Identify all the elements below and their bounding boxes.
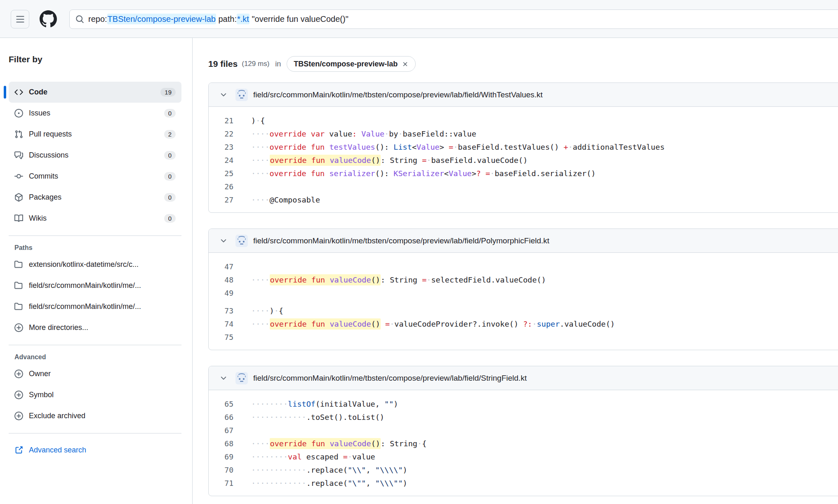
nav-item-label: Packages bbox=[29, 193, 61, 202]
sidebar-filter-item[interactable]: More directories... bbox=[9, 317, 181, 338]
code-icon bbox=[14, 88, 23, 97]
repo-filter-label: TBSten/compose-preview-lab bbox=[294, 60, 398, 68]
sidebar-nav-item[interactable]: Packages 0 bbox=[9, 187, 181, 208]
code-line: 73····)·{ bbox=[209, 304, 838, 317]
package-icon bbox=[14, 193, 23, 202]
search-query-part: path: bbox=[216, 14, 237, 24]
advanced-section-title: Advanced bbox=[14, 353, 181, 361]
sidebar-nav-item[interactable]: Commits 0 bbox=[9, 166, 181, 187]
divider bbox=[9, 236, 181, 236]
sidebar-filter-item[interactable]: extension/kotlinx-datetime/src/c... bbox=[9, 254, 181, 275]
filter-sidebar: Filter by Code 19 Issues 0 Pull requests… bbox=[0, 38, 193, 504]
sidebar-nav-item[interactable]: Discussions 0 bbox=[9, 145, 181, 166]
code-line: 47 bbox=[209, 260, 838, 273]
close-icon[interactable] bbox=[402, 61, 409, 68]
code-text: ········val escaped =·value bbox=[233, 452, 375, 461]
nav-item-label: Wikis bbox=[29, 214, 47, 223]
results-list: field/src/commonMain/kotlin/me/tbsten/co… bbox=[208, 82, 838, 504]
code-line: 66············.toSet().toList() bbox=[209, 410, 838, 424]
advanced-list: Owner Symbol Exclude archived bbox=[9, 363, 181, 426]
count-badge: 0 bbox=[164, 172, 176, 181]
code-line: 22····override var value: Value·by·baseF… bbox=[209, 127, 838, 140]
sidebar-title: Filter by bbox=[9, 54, 181, 64]
line-number: 26 bbox=[209, 182, 233, 191]
code-line: 75 bbox=[209, 330, 838, 344]
file-result-card: field/src/commonMain/kotlin/me/tbsten/co… bbox=[208, 82, 838, 213]
file-path-link[interactable]: field/src/commonMain/kotlin/me/tbsten/co… bbox=[253, 90, 543, 99]
count-badge: 0 bbox=[164, 193, 176, 202]
repo-filter-chip[interactable]: TBSten/compose-preview-lab bbox=[287, 56, 416, 72]
code-line: 70············.replace("\\", "\\\\") bbox=[209, 463, 838, 476]
line-number: 65 bbox=[209, 400, 233, 408]
sidebar-nav-item[interactable]: Code 19 bbox=[9, 82, 181, 103]
github-logo[interactable] bbox=[40, 10, 57, 28]
git-commit-icon bbox=[14, 172, 23, 181]
sidebar-nav-item[interactable]: Wikis 0 bbox=[9, 208, 181, 229]
paths-section-title: Paths bbox=[14, 244, 181, 252]
code-line: 71············.replace("\"", "\\\"") bbox=[209, 476, 838, 490]
code-text bbox=[233, 426, 256, 435]
book-icon bbox=[14, 214, 23, 223]
line-number: 21 bbox=[209, 116, 233, 125]
code-line: 23····override fun testValues(): List<Va… bbox=[209, 140, 838, 153]
repo-avatar bbox=[235, 235, 248, 247]
file-result-card: field/src/commonMain/kotlin/me/tbsten/co… bbox=[208, 228, 838, 350]
nav-item-label: Pull requests bbox=[29, 130, 72, 139]
code-text: ····@Composable bbox=[233, 195, 320, 204]
advanced-search-label: Advanced search bbox=[29, 446, 86, 455]
search-icon bbox=[75, 15, 84, 24]
file-card-header: field/src/commonMain/kotlin/me/tbsten/co… bbox=[209, 83, 838, 107]
folder-icon bbox=[14, 281, 23, 290]
sidebar-filter-item[interactable]: Symbol bbox=[9, 384, 181, 405]
line-number: 24 bbox=[209, 156, 233, 165]
line-number: 49 bbox=[209, 289, 233, 297]
sidebar-filter-item[interactable]: Exclude archived bbox=[9, 405, 181, 426]
file-path-link[interactable]: field/src/commonMain/kotlin/me/tbsten/co… bbox=[253, 374, 527, 383]
issue-opened-icon bbox=[14, 109, 23, 118]
results-in-label: in bbox=[275, 60, 281, 68]
filter-item-label: field/src/commonMain/kotlin/me/... bbox=[29, 302, 141, 311]
chevron-down-icon[interactable] bbox=[219, 374, 228, 382]
hamburger-menu-button[interactable] bbox=[11, 10, 29, 28]
global-header: repo:TBSten/compose-preview-lab path:*.k… bbox=[0, 0, 838, 38]
sidebar-nav-item[interactable]: Pull requests 2 bbox=[9, 124, 181, 145]
line-number: 48 bbox=[209, 276, 233, 284]
sidebar-filter-item[interactable]: Owner bbox=[9, 363, 181, 384]
search-input[interactable]: repo:TBSten/compose-preview-lab path:*.k… bbox=[69, 9, 838, 29]
sidebar-filter-item[interactable]: field/src/commonMain/kotlin/me/... bbox=[9, 275, 181, 296]
search-query-part: *.kt bbox=[237, 14, 250, 24]
count-badge: 0 bbox=[164, 109, 176, 118]
filter-item-label: extension/kotlinx-datetime/src/c... bbox=[29, 260, 139, 269]
line-number: 67 bbox=[209, 426, 233, 435]
match-highlight: override fun valueCode() bbox=[270, 438, 381, 449]
results-count: 19 files bbox=[208, 59, 238, 69]
nav-item-label: Discussions bbox=[29, 151, 68, 160]
filter-item-label: Symbol bbox=[29, 391, 54, 399]
code-text: ····)·{ bbox=[233, 306, 283, 315]
count-badge: 0 bbox=[164, 214, 176, 223]
code-text bbox=[233, 182, 256, 191]
advanced-search-link[interactable]: Advanced search bbox=[14, 446, 181, 455]
code-text: ····override fun valueCode(): String =·s… bbox=[233, 276, 546, 284]
code-text: ····override fun valueCode(): String·{ bbox=[233, 439, 426, 448]
line-number: 47 bbox=[209, 262, 233, 271]
sidebar-nav-item[interactable]: Issues 0 bbox=[9, 103, 181, 124]
git-pull-request-icon bbox=[14, 130, 23, 139]
line-number: 27 bbox=[209, 195, 233, 204]
line-number: 71 bbox=[209, 479, 233, 488]
count-badge: 19 bbox=[160, 88, 176, 97]
code-line: 67 bbox=[209, 424, 838, 437]
chevron-down-icon[interactable] bbox=[219, 91, 228, 99]
search-query-part: repo: bbox=[88, 14, 107, 24]
file-path-link[interactable]: field/src/commonMain/kotlin/me/tbsten/co… bbox=[253, 236, 549, 245]
paths-list: extension/kotlinx-datetime/src/c... fiel… bbox=[9, 254, 181, 338]
plus-circle-icon bbox=[14, 370, 23, 378]
line-number: 23 bbox=[209, 143, 233, 151]
code-snippet: 65········listOf(initialValue, "")66····… bbox=[209, 390, 838, 496]
chevron-down-icon[interactable] bbox=[219, 237, 228, 245]
filter-item-label: More directories... bbox=[29, 323, 88, 332]
sidebar-filter-item[interactable]: field/src/commonMain/kotlin/me/... bbox=[9, 296, 181, 317]
code-line: 27····@Composable bbox=[209, 193, 838, 206]
nav-item-label: Issues bbox=[29, 109, 50, 118]
code-line: 68····override fun valueCode(): String·{ bbox=[209, 437, 838, 450]
